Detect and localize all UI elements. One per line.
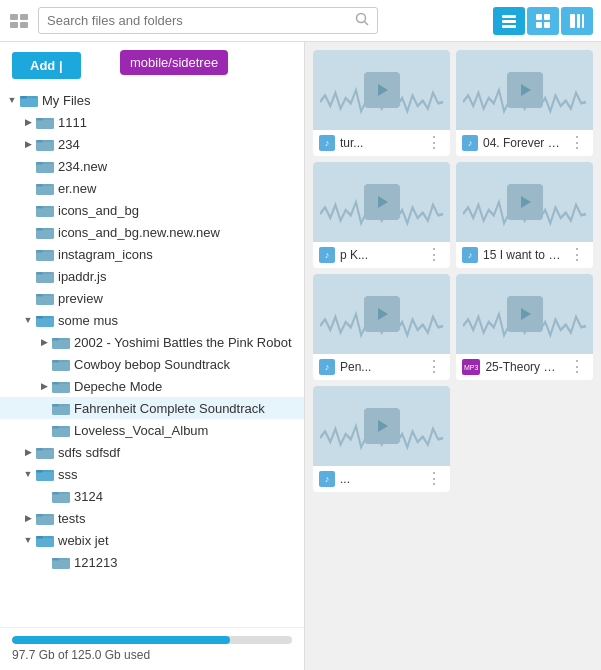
file-card-f4[interactable]: ♪15 I want to kn...⋮ [456,162,593,268]
file-more-button-f3[interactable]: ⋮ [424,247,444,263]
file-more-button-f1[interactable]: ⋮ [424,135,444,151]
tree-item-cowboy[interactable]: ▶ Cowboy bebop Soundtrack [0,353,304,375]
svg-rect-31 [36,250,43,253]
tree-item-depeche[interactable]: ▶ Depeche Mode [0,375,304,397]
tree-item-icons_bg_new[interactable]: ▶ icons_and_bg.new.new.new [0,221,304,243]
folder-icon-cowboy [52,357,70,371]
folder-icon-myfiles [20,93,38,107]
add-button-row: Add | mobile/sidetree [0,42,304,89]
tree-toggle-yoshimi[interactable]: ▶ [36,334,52,350]
tree-label-webix: webix jet [58,533,109,548]
tree-label-234new: 234.new [58,159,107,174]
tree-toggle-myfiles[interactable]: ▼ [4,92,20,108]
file-info-f1: ♪tur...⋮ [313,130,450,156]
tree-label-tests: tests [58,511,85,526]
tree-item-preview[interactable]: ▶ preview [0,287,304,309]
file-badge-f4: ♪ [462,247,478,263]
file-card-f2[interactable]: ♪04. Forever Bl...⋮ [456,50,593,156]
audio-play-icon [364,72,400,108]
svg-rect-23 [36,162,43,165]
file-info-f7: ♪...⋮ [313,466,450,492]
folder-icon-icons_bg [36,203,54,217]
tree-toggle-webix[interactable]: ▼ [20,532,36,548]
folder-icon-fahrenheit [52,401,70,415]
audio-play-icon [507,296,543,332]
svg-rect-0 [10,14,18,20]
tree-toggle-someMus[interactable]: ▼ [20,312,36,328]
tree-toggle-1111[interactable]: ▶ [20,114,36,130]
folder-icon-121213 [52,555,70,569]
file-more-button-f2[interactable]: ⋮ [567,135,587,151]
audio-play-icon [507,184,543,220]
svg-rect-17 [20,96,27,99]
svg-rect-59 [52,558,59,561]
folder-icon-234new [36,159,54,173]
tree-label-ipaddr: ipaddr.js [58,269,106,284]
tree-item-ernew[interactable]: ▶ er.new [0,177,304,199]
tree-label-icons_bg_new: icons_and_bg.new.new.new [58,225,220,240]
tree-item-121213[interactable]: ▶ 121213 [0,551,304,573]
file-thumbnail-f7 [313,386,450,466]
search-icon[interactable] [355,12,369,29]
storage-bar-background [12,636,292,644]
file-more-button-f5[interactable]: ⋮ [424,359,444,375]
tree-item-ipaddr[interactable]: ▶ ipaddr.js [0,265,304,287]
file-name-f7: ... [340,472,419,486]
tree-item-234new[interactable]: ▶ 234.new [0,155,304,177]
add-button[interactable]: Add | [12,52,81,79]
tree-item-loveless[interactable]: ▶ Loveless_Vocal_Album [0,419,304,441]
svg-rect-19 [36,118,43,121]
svg-rect-51 [36,470,43,473]
svg-rect-41 [52,360,59,363]
file-more-button-f4[interactable]: ⋮ [567,247,587,263]
tree-label-ernew: er.new [58,181,96,196]
file-card-f7[interactable]: ♪...⋮ [313,386,450,492]
tree-toggle-sss[interactable]: ▼ [20,466,36,482]
file-name-f6: 25-Theory Of ... [485,360,562,374]
file-more-button-f7[interactable]: ⋮ [424,471,444,487]
folder-icon-ernew [36,181,54,195]
tree-label-instagram: instagram_icons [58,247,153,262]
svg-rect-12 [544,22,550,28]
tree-item-instagram[interactable]: ▶ instagram_icons [0,243,304,265]
tree-item-234[interactable]: ▶ 234 [0,133,304,155]
search-input[interactable] [47,13,355,28]
tree-item-someMus[interactable]: ▼ some mus [0,309,304,331]
file-card-f6[interactable]: MP325-Theory Of ...⋮ [456,274,593,380]
tree-item-webix[interactable]: ▼ webix jet [0,529,304,551]
folder-icon-tests [36,511,54,525]
file-card-f3[interactable]: ♪p K...⋮ [313,162,450,268]
tree-label-loveless: Loveless_Vocal_Album [74,423,208,438]
file-more-button-f6[interactable]: ⋮ [567,359,587,375]
tree-item-tests[interactable]: ▶ tests [0,507,304,529]
tree-item-yoshimi[interactable]: ▶ 2002 - Yoshimi Battles the Pink Robot [0,331,304,353]
file-badge-f6: MP3 [462,359,480,375]
grid-view-button[interactable] [527,7,559,35]
tree-label-sdfs: sdfs sdfsdf [58,445,120,460]
sidebar-toggle-icon[interactable] [8,10,30,32]
file-name-f5: Pen... [340,360,419,374]
tree-item-sss[interactable]: ▼ sss [0,463,304,485]
tree-item-fahrenheit[interactable]: ▶ Fahrenheit Complete Soundtrack [0,397,304,419]
tree-toggle-sdfs[interactable]: ▶ [20,444,36,460]
folder-icon-234 [36,137,54,151]
list-view-button[interactable] [493,7,525,35]
tree-item-1111[interactable]: ▶ 1111 [0,111,304,133]
file-info-f3: ♪p K...⋮ [313,242,450,268]
tree-toggle-tests[interactable]: ▶ [20,510,36,526]
file-thumbnail-f4 [456,162,593,242]
panel-view-button[interactable] [561,7,593,35]
svg-rect-27 [36,206,43,209]
storage-text: 97.7 Gb of 125.0 Gb used [12,648,292,662]
tree-item-sdfs[interactable]: ▶ sdfs sdfsdf [0,441,304,463]
tree-item-myfiles[interactable]: ▼ My Files [0,89,304,111]
tree-item-3124[interactable]: ▶ 3124 [0,485,304,507]
tree-item-icons_bg[interactable]: ▶ icons_and_bg [0,199,304,221]
svg-rect-7 [502,20,516,23]
file-card-f1[interactable]: ♪tur...⋮ [313,50,450,156]
tree-toggle-depeche[interactable]: ▶ [36,378,52,394]
file-badge-f1: ♪ [319,135,335,151]
tree-toggle-234[interactable]: ▶ [20,136,36,152]
tree-label-myfiles: My Files [42,93,90,108]
file-card-f5[interactable]: ♪Pen...⋮ [313,274,450,380]
